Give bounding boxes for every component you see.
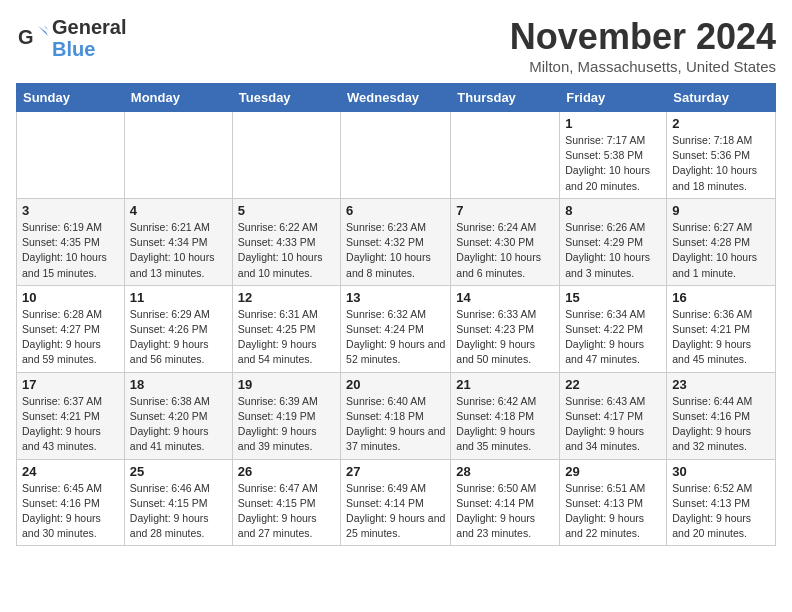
- column-header-monday: Monday: [124, 84, 232, 112]
- day-number: 17: [22, 377, 119, 392]
- calendar-cell: 10Sunrise: 6:28 AM Sunset: 4:27 PM Dayli…: [17, 285, 125, 372]
- column-header-wednesday: Wednesday: [341, 84, 451, 112]
- day-number: 3: [22, 203, 119, 218]
- column-header-sunday: Sunday: [17, 84, 125, 112]
- calendar-cell: 8Sunrise: 6:26 AM Sunset: 4:29 PM Daylig…: [560, 198, 667, 285]
- day-info: Sunrise: 6:47 AM Sunset: 4:15 PM Dayligh…: [238, 481, 335, 542]
- day-number: 30: [672, 464, 770, 479]
- day-number: 29: [565, 464, 661, 479]
- calendar-cell: 2Sunrise: 7:18 AM Sunset: 5:36 PM Daylig…: [667, 112, 776, 199]
- day-number: 23: [672, 377, 770, 392]
- day-number: 10: [22, 290, 119, 305]
- day-info: Sunrise: 6:32 AM Sunset: 4:24 PM Dayligh…: [346, 307, 445, 368]
- calendar-cell: [451, 112, 560, 199]
- day-number: 6: [346, 203, 445, 218]
- calendar-week-5: 24Sunrise: 6:45 AM Sunset: 4:16 PM Dayli…: [17, 459, 776, 546]
- day-info: Sunrise: 6:29 AM Sunset: 4:26 PM Dayligh…: [130, 307, 227, 368]
- calendar-cell: 29Sunrise: 6:51 AM Sunset: 4:13 PM Dayli…: [560, 459, 667, 546]
- day-info: Sunrise: 6:46 AM Sunset: 4:15 PM Dayligh…: [130, 481, 227, 542]
- calendar-cell: 6Sunrise: 6:23 AM Sunset: 4:32 PM Daylig…: [341, 198, 451, 285]
- day-number: 18: [130, 377, 227, 392]
- day-number: 20: [346, 377, 445, 392]
- column-header-thursday: Thursday: [451, 84, 560, 112]
- day-number: 7: [456, 203, 554, 218]
- day-number: 19: [238, 377, 335, 392]
- calendar-cell: 23Sunrise: 6:44 AM Sunset: 4:16 PM Dayli…: [667, 372, 776, 459]
- calendar-cell: 21Sunrise: 6:42 AM Sunset: 4:18 PM Dayli…: [451, 372, 560, 459]
- calendar-cell: 4Sunrise: 6:21 AM Sunset: 4:34 PM Daylig…: [124, 198, 232, 285]
- day-number: 21: [456, 377, 554, 392]
- day-number: 26: [238, 464, 335, 479]
- day-info: Sunrise: 6:26 AM Sunset: 4:29 PM Dayligh…: [565, 220, 661, 281]
- logo-line1: General: [52, 16, 126, 38]
- calendar-cell: 27Sunrise: 6:49 AM Sunset: 4:14 PM Dayli…: [341, 459, 451, 546]
- day-number: 28: [456, 464, 554, 479]
- calendar-cell: [232, 112, 340, 199]
- day-info: Sunrise: 6:38 AM Sunset: 4:20 PM Dayligh…: [130, 394, 227, 455]
- day-info: Sunrise: 6:51 AM Sunset: 4:13 PM Dayligh…: [565, 481, 661, 542]
- day-number: 4: [130, 203, 227, 218]
- day-info: Sunrise: 6:52 AM Sunset: 4:13 PM Dayligh…: [672, 481, 770, 542]
- calendar-cell: 11Sunrise: 6:29 AM Sunset: 4:26 PM Dayli…: [124, 285, 232, 372]
- calendar-cell: [341, 112, 451, 199]
- calendar-cell: 22Sunrise: 6:43 AM Sunset: 4:17 PM Dayli…: [560, 372, 667, 459]
- day-number: 16: [672, 290, 770, 305]
- day-info: Sunrise: 6:40 AM Sunset: 4:18 PM Dayligh…: [346, 394, 445, 455]
- calendar-cell: 3Sunrise: 6:19 AM Sunset: 4:35 PM Daylig…: [17, 198, 125, 285]
- day-info: Sunrise: 6:50 AM Sunset: 4:14 PM Dayligh…: [456, 481, 554, 542]
- calendar-cell: 26Sunrise: 6:47 AM Sunset: 4:15 PM Dayli…: [232, 459, 340, 546]
- day-info: Sunrise: 6:44 AM Sunset: 4:16 PM Dayligh…: [672, 394, 770, 455]
- day-number: 11: [130, 290, 227, 305]
- calendar-cell: 16Sunrise: 6:36 AM Sunset: 4:21 PM Dayli…: [667, 285, 776, 372]
- page-header: G General Blue November 2024 Milton, Mas…: [16, 16, 776, 75]
- day-info: Sunrise: 6:36 AM Sunset: 4:21 PM Dayligh…: [672, 307, 770, 368]
- logo-line2: Blue: [52, 38, 126, 60]
- day-info: Sunrise: 6:27 AM Sunset: 4:28 PM Dayligh…: [672, 220, 770, 281]
- svg-text:G: G: [18, 26, 34, 48]
- column-header-saturday: Saturday: [667, 84, 776, 112]
- day-info: Sunrise: 6:22 AM Sunset: 4:33 PM Dayligh…: [238, 220, 335, 281]
- day-number: 27: [346, 464, 445, 479]
- day-info: Sunrise: 6:34 AM Sunset: 4:22 PM Dayligh…: [565, 307, 661, 368]
- day-number: 1: [565, 116, 661, 131]
- day-number: 25: [130, 464, 227, 479]
- day-info: Sunrise: 6:23 AM Sunset: 4:32 PM Dayligh…: [346, 220, 445, 281]
- day-info: Sunrise: 6:39 AM Sunset: 4:19 PM Dayligh…: [238, 394, 335, 455]
- calendar-cell: 5Sunrise: 6:22 AM Sunset: 4:33 PM Daylig…: [232, 198, 340, 285]
- calendar-header-row: SundayMondayTuesdayWednesdayThursdayFrid…: [17, 84, 776, 112]
- day-number: 5: [238, 203, 335, 218]
- calendar-cell: 25Sunrise: 6:46 AM Sunset: 4:15 PM Dayli…: [124, 459, 232, 546]
- calendar-cell: 18Sunrise: 6:38 AM Sunset: 4:20 PM Dayli…: [124, 372, 232, 459]
- calendar-cell: 14Sunrise: 6:33 AM Sunset: 4:23 PM Dayli…: [451, 285, 560, 372]
- day-number: 15: [565, 290, 661, 305]
- day-info: Sunrise: 6:49 AM Sunset: 4:14 PM Dayligh…: [346, 481, 445, 542]
- day-info: Sunrise: 6:42 AM Sunset: 4:18 PM Dayligh…: [456, 394, 554, 455]
- month-title: November 2024: [510, 16, 776, 58]
- day-info: Sunrise: 7:18 AM Sunset: 5:36 PM Dayligh…: [672, 133, 770, 194]
- column-header-friday: Friday: [560, 84, 667, 112]
- day-info: Sunrise: 6:45 AM Sunset: 4:16 PM Dayligh…: [22, 481, 119, 542]
- calendar-cell: 7Sunrise: 6:24 AM Sunset: 4:30 PM Daylig…: [451, 198, 560, 285]
- calendar-cell: 9Sunrise: 6:27 AM Sunset: 4:28 PM Daylig…: [667, 198, 776, 285]
- day-info: Sunrise: 6:37 AM Sunset: 4:21 PM Dayligh…: [22, 394, 119, 455]
- calendar-cell: 24Sunrise: 6:45 AM Sunset: 4:16 PM Dayli…: [17, 459, 125, 546]
- calendar-cell: 20Sunrise: 6:40 AM Sunset: 4:18 PM Dayli…: [341, 372, 451, 459]
- day-number: 24: [22, 464, 119, 479]
- calendar-cell: 12Sunrise: 6:31 AM Sunset: 4:25 PM Dayli…: [232, 285, 340, 372]
- day-info: Sunrise: 6:19 AM Sunset: 4:35 PM Dayligh…: [22, 220, 119, 281]
- calendar-week-1: 1Sunrise: 7:17 AM Sunset: 5:38 PM Daylig…: [17, 112, 776, 199]
- location-title: Milton, Massachusetts, United States: [510, 58, 776, 75]
- day-number: 8: [565, 203, 661, 218]
- calendar-cell: 28Sunrise: 6:50 AM Sunset: 4:14 PM Dayli…: [451, 459, 560, 546]
- calendar-week-2: 3Sunrise: 6:19 AM Sunset: 4:35 PM Daylig…: [17, 198, 776, 285]
- day-number: 13: [346, 290, 445, 305]
- day-info: Sunrise: 6:33 AM Sunset: 4:23 PM Dayligh…: [456, 307, 554, 368]
- calendar-week-4: 17Sunrise: 6:37 AM Sunset: 4:21 PM Dayli…: [17, 372, 776, 459]
- calendar-cell: 13Sunrise: 6:32 AM Sunset: 4:24 PM Dayli…: [341, 285, 451, 372]
- title-area: November 2024 Milton, Massachusetts, Uni…: [510, 16, 776, 75]
- logo: G General Blue: [16, 16, 126, 60]
- day-number: 14: [456, 290, 554, 305]
- svg-marker-2: [38, 26, 48, 36]
- day-info: Sunrise: 6:24 AM Sunset: 4:30 PM Dayligh…: [456, 220, 554, 281]
- calendar-cell: 1Sunrise: 7:17 AM Sunset: 5:38 PM Daylig…: [560, 112, 667, 199]
